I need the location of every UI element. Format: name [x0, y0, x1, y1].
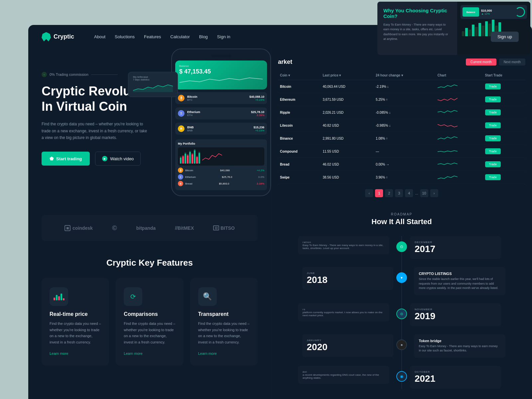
c-icon: © — [112, 224, 117, 232]
nav-solutions[interactable]: Soluctions — [115, 34, 135, 39]
table-row: Bitcoin 40,063.44 USD -2.19% ↓ Trade — [278, 80, 525, 93]
features-title: Cryptic Key Features — [42, 258, 258, 268]
signup-button[interactable]: Sign up — [491, 32, 519, 42]
badge-icon: ○ — [42, 72, 47, 77]
timeline: ration Easy To Earn Money - There are ma… — [291, 236, 512, 389]
timeline-2018-year: 2018 — [307, 275, 389, 285]
coin-eth: Ξ Etherium ETH $25,78.10 -3.09% — [175, 107, 267, 119]
timeline-2020-content: Token bridge Easy To Earn Money - There … — [414, 334, 505, 358]
market-title: arket — [278, 59, 292, 66]
feature-transparent-title: Transparent — [198, 311, 250, 317]
current-month-button[interactable]: Current month — [466, 59, 496, 66]
timeline-2020: Token bridge Easy To Earn Money - There … — [298, 334, 505, 358]
timeline-2019-year-content: NOVEMBER 2019 — [410, 303, 501, 326]
timeline-dot-2021-wrapper: ◉ — [389, 366, 410, 369]
p-btc-name: Bitcoin — [185, 169, 193, 172]
timeline-2020-desc: Easy To Earn Money - There are many ways… — [419, 344, 501, 353]
left-column: ○ 0% Trading commission Cryptic Revoluti… — [28, 49, 271, 399]
timeline-2018-content: CRYPTO LISTINGS Since the stable launch … — [414, 267, 505, 295]
col-chart: Chart — [436, 71, 483, 80]
trade-bnb-button[interactable]: Trade — [485, 135, 501, 141]
trade-eth-button[interactable]: Trade — [485, 96, 501, 102]
timeline-dot-2017-wrapper: ⊙ — [389, 236, 410, 239]
col-coin: Coin ▾ — [278, 71, 321, 80]
balance-label: Balance — [179, 65, 263, 67]
partners-bar: ▣ coindesk © bitpanda //BitMEX ⊟ — [42, 215, 258, 241]
app-window: Cryptic About Soluctions Features Calcul… — [28, 25, 532, 399]
prev-page-button[interactable]: ‹ — [365, 189, 373, 197]
timeline-2017-desc: Easy To Earn Money - There are many ways… — [303, 244, 385, 250]
nav-actions: Sign up — [491, 32, 519, 42]
feature-realtime-link[interactable]: Learn more — [50, 351, 68, 355]
balance-value: $ 47,153.45 — [179, 68, 263, 75]
table-row: Binance 2,991.80 USD 1.08% ↑ Trade — [278, 132, 525, 145]
portfolio-eth: Ξ Etherium $25,76.0 0.0% — [178, 174, 264, 180]
timeline-2021-label: del — [303, 370, 385, 373]
start-trading-button[interactable]: ⬟ Start trading — [42, 152, 90, 166]
watch-video-button[interactable]: ▶ Watch video — [95, 152, 141, 166]
transparent-icon-wrapper: 🔍 — [198, 287, 217, 306]
balance-chart — [179, 76, 263, 84]
next-month-button[interactable]: Next month — [499, 59, 525, 66]
timeline-2017-content: ration Easy To Earn Money - There are ma… — [298, 236, 389, 254]
hero-desc: Find the crypto data you need – whether … — [42, 121, 148, 141]
eth-icon: Ξ — [178, 110, 185, 117]
nav-signin[interactable]: Sign in — [217, 34, 230, 39]
trade-swipe-button[interactable]: Trade — [485, 174, 501, 180]
coin-bitcoin: ₿ Bitcoin BTC $40,088.10 +5.23% — [175, 92, 267, 104]
dot-2019-icon: ⊛ — [400, 312, 403, 316]
page-2-button[interactable]: 2 — [385, 189, 393, 197]
timeline-2021: del a recent developments regarding DNS … — [298, 366, 505, 389]
trade-ltc-button[interactable]: Trade — [485, 122, 501, 128]
timeline-2018-month: JUNE — [307, 272, 389, 275]
row-bitcoin-trade[interactable]: Trade — [483, 80, 525, 93]
nav-calculator[interactable]: Calculator — [170, 34, 190, 39]
row-eth-change: 5.25% ↑ — [374, 93, 436, 106]
dot-2018-icon: ▼ — [400, 276, 403, 280]
nav-features[interactable]: Features — [144, 34, 161, 39]
feature-transparent-desc: Find the crypto data you need – whether … — [198, 321, 250, 345]
timeline-dot-2020: ● — [396, 339, 407, 350]
play-icon: ▶ — [102, 156, 107, 161]
phone-mockup: My brifecase 7 days statistics — [171, 49, 271, 196]
roadmap-title: How It All Started — [291, 217, 512, 226]
trade-bitcoin-button[interactable]: Trade — [485, 83, 501, 89]
exchange-icon: ⟳ — [130, 293, 136, 301]
briefcase-chart — [133, 82, 173, 92]
nav-about[interactable]: About — [94, 34, 105, 39]
feature-transparent-link[interactable]: Learn more — [198, 351, 217, 355]
feature-comparisons: ⟳ Comparisons Find the crypto data you n… — [116, 278, 183, 365]
features-section: Cryptic Key Features — [28, 251, 271, 379]
badge-line — [91, 74, 118, 75]
timeline-2021-year-content: OCTOBER 2021 — [410, 366, 501, 389]
page-10-button[interactable]: 10 — [420, 189, 428, 197]
hero-section: ○ 0% Trading commission Cryptic Revoluti… — [28, 49, 271, 215]
roadmap-section: ROADMAP How It All Started ration Easy T… — [278, 206, 525, 399]
page-3-button[interactable]: 3 — [395, 189, 403, 197]
timeline-2019-year: 2019 — [415, 311, 497, 322]
next-page-button[interactable]: › — [430, 189, 438, 197]
p-eth-name: Etherium — [185, 176, 196, 179]
trade-ripple-button[interactable]: Trade — [485, 109, 501, 115]
market-section: arket Current month Next month Coin ▾ La… — [278, 55, 525, 206]
timeline-2019-month: NOVEMBER — [415, 308, 497, 311]
nav-blog[interactable]: Blog — [199, 34, 208, 39]
p-btc-icon: ₿ — [178, 168, 183, 173]
portfolio-title: My Portfolio — [178, 142, 264, 145]
page-4-button[interactable]: 4 — [405, 189, 413, 197]
bnb-icon: B — [178, 125, 185, 132]
trade-bread-button[interactable]: Trade — [485, 161, 501, 167]
page-1-button[interactable]: 1 — [375, 189, 383, 197]
timeline-dot-2018: ▼ — [396, 272, 407, 283]
page-root: Why You Choosing Cryptic Coin? Easy To E… — [0, 0, 532, 399]
dash-mini-change: ▲ 12% — [481, 12, 513, 15]
table-row: Ripple 2,026.21 USD -0.085% ↓ Trade — [278, 106, 525, 119]
feature-comparisons-link[interactable]: Learn more — [124, 351, 142, 355]
timeline-2017: ration Easy To Earn Money - There are ma… — [298, 236, 505, 259]
dash-mini-value: $10,000 — [481, 9, 513, 12]
logo: Cryptic — [42, 32, 74, 42]
partner-bitmex: //BitMEX — [175, 225, 194, 231]
trade-comp-button[interactable]: Trade — [485, 148, 501, 154]
p-eth-icon: Ξ — [178, 174, 183, 180]
why-title: Why You Choosing Cryptic Coin? — [383, 8, 451, 19]
